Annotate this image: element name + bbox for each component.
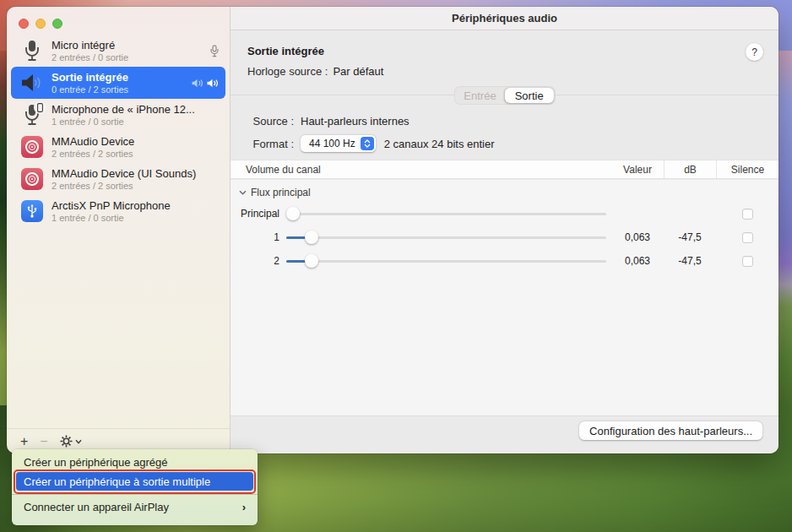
stream-group-label: Flux principal	[251, 187, 311, 198]
volume-slider-2[interactable]	[286, 254, 606, 268]
actions-menu-button[interactable]	[60, 435, 82, 448]
stream-group-row[interactable]: Flux principal	[231, 180, 778, 198]
channel-value: 0,063	[611, 231, 664, 243]
device-row-iphone-microphone[interactable]: Microphone de « iPhone 12... 1 entrée / …	[11, 99, 225, 131]
stepper-icon	[361, 137, 374, 150]
chevron-down-icon	[75, 439, 82, 444]
device-name: MMAudio Device	[52, 135, 219, 148]
format-selected-value: 44 100 Hz	[309, 138, 355, 149]
column-db: dB	[664, 160, 716, 178]
device-detail: 2 entrées / 0 sortie	[52, 52, 210, 63]
column-silence: Silence	[716, 160, 778, 178]
volume-slider-principal[interactable]	[286, 207, 606, 220]
device-row-mmaudio[interactable]: MMAudio Device 2 entrées / 2 sorties	[11, 131, 225, 163]
mmaudio-icon	[21, 136, 43, 158]
zoom-button[interactable]	[52, 19, 62, 29]
mute-checkbox-1[interactable]	[742, 232, 753, 243]
slider-thumb[interactable]	[305, 254, 318, 268]
submenu-chevron-icon: ›	[242, 501, 246, 513]
format-label: Format :	[247, 138, 294, 150]
device-row-mmaudio-ui-sounds[interactable]: MMAudio Device (UI Sounds) 2 entrées / 2…	[11, 163, 225, 195]
mmaudio-icon	[21, 168, 43, 190]
menu-item-connect-airplay[interactable]: Connecter un appareil AirPlay ›	[12, 497, 258, 516]
channel-row-1: 1 0,063 -47,5	[231, 229, 778, 246]
speaker-configuration-button[interactable]: Configuration des haut-parleurs...	[579, 421, 762, 440]
speaker-alert-icon	[192, 79, 203, 88]
phone-badge-icon	[34, 101, 46, 114]
io-segmented-control: Entrée Sortie	[453, 86, 555, 105]
main-panel: Périphériques audio Sortie intégrée ? Ho…	[231, 7, 778, 453]
source-value: Haut-parleurs internes	[301, 115, 410, 128]
tab-sortie[interactable]: Sortie	[505, 88, 554, 103]
device-detail: 0 entrée / 2 sorties	[52, 84, 192, 95]
selected-device-title: Sortie intégrée	[247, 45, 324, 57]
channel-label: 1	[231, 231, 279, 243]
format-detail: 2 canaux 24 bits entier	[384, 138, 495, 150]
device-name: MMAudio Device (UI Sounds)	[52, 167, 219, 180]
column-volume: Volume du canal	[231, 164, 611, 176]
device-name: ArctisX PnP Microphone	[52, 199, 219, 212]
menu-separator	[12, 494, 258, 495]
slider-thumb[interactable]	[286, 207, 300, 220]
source-label: Source :	[247, 115, 294, 128]
audio-midi-setup-window: Micro intégré 2 entrées / 0 sortie Sorti…	[7, 7, 778, 453]
close-button[interactable]	[19, 19, 29, 29]
actions-context-menu: Créer un périphérique agrégé Créer un pé…	[12, 449, 258, 525]
help-button[interactable]: ?	[746, 43, 763, 61]
device-row-micro-integre[interactable]: Micro intégré 2 entrées / 0 sortie	[11, 35, 225, 67]
iphone-microphone-icon	[19, 101, 45, 128]
traffic-lights	[19, 19, 62, 29]
clock-source-label: Horloge source :	[247, 65, 328, 78]
menu-item-create-aggregate-device[interactable]: Créer un périphérique agrégé	[12, 453, 258, 471]
clock-source-value: Par défaut	[333, 65, 383, 78]
disclosure-chevron-icon	[239, 190, 247, 195]
menu-item-create-multi-output-device[interactable]: Créer un périphérique à sortie multiple	[16, 472, 253, 491]
slider-thumb[interactable]	[305, 231, 318, 244]
device-name: Micro intégré	[52, 39, 210, 52]
channel-row-principal: Principal	[231, 205, 778, 222]
format-dropdown[interactable]: 44 100 Hz	[301, 135, 376, 152]
device-name: Microphone de « iPhone 12...	[52, 103, 219, 116]
device-row-arctisx[interactable]: ArctisX PnP Microphone 1 entrée / 0 sort…	[11, 195, 225, 227]
tab-entree[interactable]: Entrée	[455, 88, 504, 103]
channel-value: 0,063	[611, 255, 664, 267]
volume-slider-1[interactable]	[286, 231, 606, 244]
channel-row-2: 2 0,063 -47,5	[231, 252, 778, 269]
channel-table: Flux principal Principal 1	[231, 180, 778, 415]
device-detail: 2 entrées / 2 sorties	[52, 180, 219, 192]
wallpaper-right	[777, 51, 792, 405]
gear-icon	[60, 435, 73, 448]
device-sidebar: Micro intégré 2 entrées / 0 sortie Sorti…	[7, 7, 231, 453]
remove-device-button[interactable]: −	[40, 435, 47, 448]
usb-icon	[21, 200, 43, 222]
device-detail: 1 entrée / 0 sortie	[52, 212, 219, 224]
device-list: Micro intégré 2 entrées / 0 sortie Sorti…	[7, 35, 230, 227]
channel-db: -47,5	[664, 255, 716, 267]
channel-db: -47,5	[664, 231, 716, 243]
channel-label: Principal	[231, 208, 279, 220]
add-device-button[interactable]: +	[20, 435, 28, 448]
microphone-icon	[19, 37, 45, 64]
column-valeur: Valeur	[611, 164, 664, 176]
channel-label: 2	[231, 255, 279, 267]
minimize-button[interactable]	[35, 19, 46, 29]
window-title: Périphériques audio	[452, 12, 557, 24]
device-row-sortie-integree[interactable]: Sortie intégrée 0 entrée / 2 sorties	[11, 67, 225, 99]
speaker-volume-icon	[207, 79, 219, 88]
bottom-bar: Configuration des haut-parleurs...	[231, 415, 778, 453]
table-header: Volume du canal Valeur dB Silence	[231, 160, 778, 179]
input-mic-indicator-icon	[210, 45, 219, 57]
device-detail: 2 entrées / 2 sorties	[52, 148, 219, 160]
mute-checkbox-2[interactable]	[742, 256, 753, 267]
device-detail: 1 entrée / 0 sortie	[52, 116, 219, 128]
mute-checkbox-principal[interactable]	[742, 209, 753, 220]
device-name: Sortie intégrée	[52, 71, 192, 84]
speaker-icon	[19, 69, 45, 96]
titlebar[interactable]: Périphériques audio	[231, 7, 778, 30]
